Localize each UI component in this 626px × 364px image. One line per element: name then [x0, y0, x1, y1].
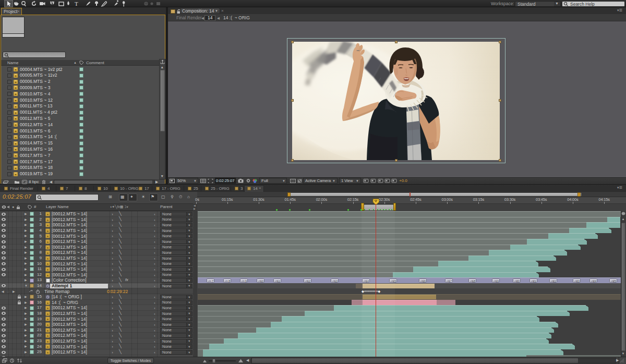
svg-text:T: T: [75, 1, 78, 7]
